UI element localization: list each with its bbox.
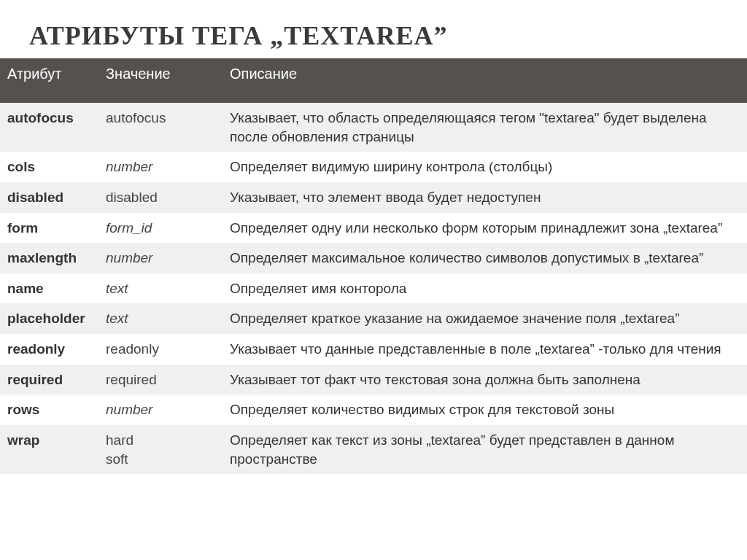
attr-name: cols [0, 152, 98, 182]
attr-description: Указывает, что элемент ввода будет недос… [222, 182, 747, 213]
attr-name: required [0, 365, 98, 395]
table-row: wraphardsoftОпределяет как текст из зоны… [0, 425, 747, 474]
attr-name: disabled [0, 182, 98, 213]
attr-name: placeholder [0, 303, 98, 334]
attr-description: Указывает что данные представленные в по… [222, 334, 747, 365]
attr-value: number [98, 243, 222, 273]
table-header-row: Атрибут Значение Описание [0, 58, 747, 103]
table-row: formform_idОпределяет одну или несколько… [0, 213, 747, 244]
attr-name: rows [0, 394, 98, 425]
table-row: readonlyreadonlyУказывает что данные пре… [0, 334, 747, 365]
attr-value: hardsoft [98, 425, 222, 474]
table-row: requiredrequiredУказывает тот факт что т… [0, 365, 747, 395]
col-header-value: Значение [98, 58, 222, 103]
attr-description: Определяет краткое указание на ожидаемое… [222, 303, 747, 334]
page-title: АТРИБУТЫ ТЕГА „TEXTAREA” [0, 0, 747, 58]
attr-description: Определяет как текст из зоны „textarea” … [222, 425, 747, 474]
attr-name: wrap [0, 425, 98, 474]
attr-value: form_id [98, 213, 222, 244]
table-row: colsnumberОпределяет видимую ширину конт… [0, 152, 747, 182]
table-row: disableddisabledУказывает, что элемент в… [0, 182, 747, 213]
table-row: nametextОпределяет имя конторола [0, 273, 747, 304]
attributes-table: Атрибут Значение Описание autofocusautof… [0, 58, 747, 474]
attr-name: maxlength [0, 243, 98, 273]
table-row: rowsnumberОпределяет количество видимых … [0, 394, 747, 425]
attr-value: disabled [98, 182, 222, 213]
attr-value: number [98, 152, 222, 182]
attr-value: required [98, 365, 222, 395]
attr-value: autofocus [98, 103, 222, 152]
attr-description: Определяет видимую ширину контрола (стол… [222, 152, 747, 182]
attr-description: Определяет имя конторола [222, 273, 747, 304]
attr-value: number [98, 394, 222, 425]
table-row: placeholdertextОпределяет краткое указан… [0, 303, 747, 334]
attr-name: readonly [0, 334, 98, 365]
attr-value: text [98, 273, 222, 304]
attr-name: name [0, 273, 98, 304]
attr-name: form [0, 213, 98, 244]
attr-name: autofocus [0, 103, 98, 152]
table-row: autofocusautofocusУказывает, что область… [0, 103, 747, 152]
col-header-description: Описание [222, 58, 747, 103]
attr-description: Указывает тот факт что текстовая зона до… [222, 365, 747, 395]
col-header-attribute: Атрибут [0, 58, 98, 103]
attr-description: Определяет максимальное количество симво… [222, 243, 747, 273]
attr-value: text [98, 303, 222, 334]
attr-description: Указывает, что область определяющаяся те… [222, 103, 747, 152]
table-row: maxlengthnumberОпределяет максимальное к… [0, 243, 747, 273]
attr-description: Определяет одну или несколько форм котор… [222, 213, 747, 244]
attr-description: Определяет количество видимых строк для … [222, 394, 747, 425]
attr-value: readonly [98, 334, 222, 365]
